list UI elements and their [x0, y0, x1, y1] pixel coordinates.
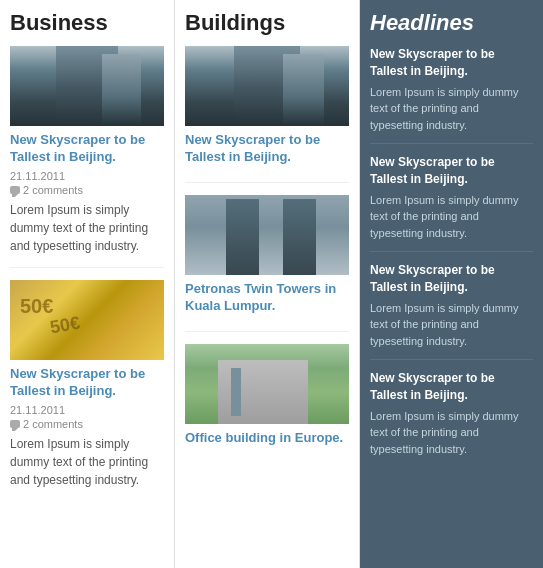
buildings-article-3-link[interactable]: Office building in Europe. — [185, 430, 349, 447]
article-1-comment-count: 2 comments — [23, 184, 83, 196]
headline-1-text: Lorem Ipsum is simply dummy text of the … — [370, 84, 533, 134]
article-2-image — [10, 280, 164, 360]
headline-4-title: New Skyscraper to be Tallest in Beijing. — [370, 370, 533, 404]
comment-icon-1 — [10, 186, 20, 194]
headline-4-text: Lorem Ipsum is simply dummy text of the … — [370, 408, 533, 458]
article-2-comments: 2 comments — [10, 418, 164, 430]
article-1-date: 21.11.2011 — [10, 170, 164, 182]
article-1-text: Lorem Ipsum is simply dummy text of the … — [10, 201, 164, 255]
twin-towers-image — [185, 195, 349, 275]
headlines-column: Headlines New Skyscraper to be Tallest i… — [360, 0, 543, 568]
skyscraper-image-2 — [185, 46, 349, 126]
article-2-link[interactable]: New Skyscraper to be Tallest in Beijing. — [10, 366, 164, 400]
business-article-2: New Skyscraper to be Tallest in Beijing.… — [10, 280, 164, 501]
article-1-link[interactable]: New Skyscraper to be Tallest in Beijing. — [10, 132, 164, 166]
buildings-article-3-image — [185, 344, 349, 424]
article-2-text: Lorem Ipsum is simply dummy text of the … — [10, 435, 164, 489]
headline-3-text: Lorem Ipsum is simply dummy text of the … — [370, 300, 533, 350]
buildings-article-2-image — [185, 195, 349, 275]
headlines-title: Headlines — [370, 10, 533, 36]
buildings-article-1-link[interactable]: New Skyscraper to be Tallest in Beijing. — [185, 132, 349, 166]
article-2-comment-count: 2 comments — [23, 418, 83, 430]
skyscraper-image-1 — [10, 46, 164, 126]
buildings-article-3: Office building in Europe. — [185, 344, 349, 463]
office-image — [185, 344, 349, 424]
headline-1-title: New Skyscraper to be Tallest in Beijing. — [370, 46, 533, 80]
business-article-1: New Skyscraper to be Tallest in Beijing.… — [10, 46, 164, 268]
buildings-article-2: Petronas Twin Towers in Kuala Lumpur. — [185, 195, 349, 332]
headline-2-title: New Skyscraper to be Tallest in Beijing. — [370, 154, 533, 188]
buildings-title: Buildings — [185, 10, 349, 36]
buildings-column: Buildings New Skyscraper to be Tallest i… — [175, 0, 360, 568]
article-2-date: 21.11.2011 — [10, 404, 164, 416]
business-column: Business New Skyscraper to be Tallest in… — [0, 0, 175, 568]
headline-item-1: New Skyscraper to be Tallest in Beijing.… — [370, 46, 533, 144]
headline-item-3: New Skyscraper to be Tallest in Beijing.… — [370, 262, 533, 360]
money-image — [10, 280, 164, 360]
comment-icon-2 — [10, 420, 20, 428]
headline-item-4: New Skyscraper to be Tallest in Beijing.… — [370, 370, 533, 467]
article-1-comments: 2 comments — [10, 184, 164, 196]
buildings-article-1: New Skyscraper to be Tallest in Beijing. — [185, 46, 349, 183]
buildings-article-1-image — [185, 46, 349, 126]
headline-2-text: Lorem Ipsum is simply dummy text of the … — [370, 192, 533, 242]
headline-3-title: New Skyscraper to be Tallest in Beijing. — [370, 262, 533, 296]
article-1-image — [10, 46, 164, 126]
buildings-article-2-link[interactable]: Petronas Twin Towers in Kuala Lumpur. — [185, 281, 349, 315]
headline-item-2: New Skyscraper to be Tallest in Beijing.… — [370, 154, 533, 252]
business-title: Business — [10, 10, 164, 36]
